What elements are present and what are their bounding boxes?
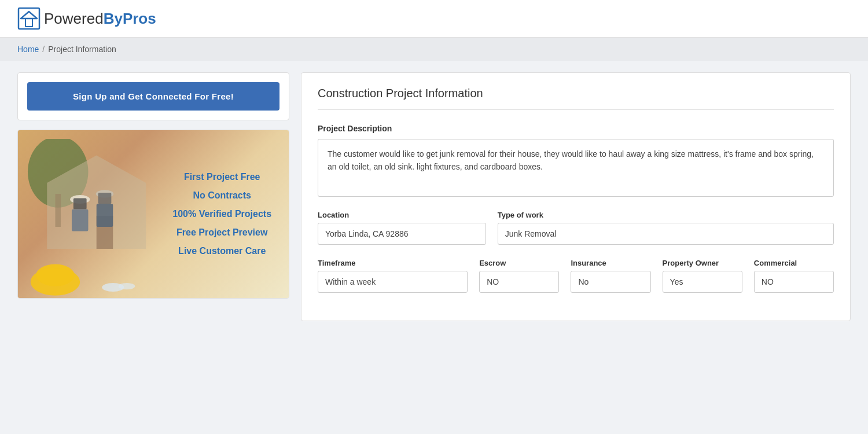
header: PoweredByPros (0, 0, 868, 38)
content-panel: Construction Project Information Project… (301, 72, 851, 321)
type-of-work-label: Type of work (498, 211, 834, 219)
timeframe-label: Timeframe (318, 259, 468, 267)
main-content: Sign Up and Get Connected For Free! (0, 61, 868, 333)
breadcrumb-current-page: Project Information (48, 45, 116, 54)
promo-line-3: 100% Verified Projects (161, 205, 283, 223)
logo-icon (17, 7, 41, 30)
logo-text: PoweredByPros (44, 10, 156, 28)
type-of-work-value: Junk Removal (498, 223, 834, 245)
svg-rect-11 (98, 193, 112, 204)
escrow-value: NO (479, 271, 559, 293)
promo-image: First Project Free No Contracts 100% Ver… (18, 130, 289, 298)
svg-rect-8 (73, 198, 87, 209)
svg-rect-9 (72, 209, 89, 231)
breadcrumb-bar: Home / Project Information (0, 38, 868, 61)
location-value: Yorba Linda, CA 92886 (318, 223, 486, 245)
logo-powered: Powered (44, 10, 104, 27)
svg-rect-2 (25, 19, 32, 27)
location-label: Location (318, 211, 486, 219)
insurance-value: No (571, 271, 650, 293)
details-row: Timeframe Within a week Escrow NO Insura… (318, 259, 834, 293)
location-type-row: Location Yorba Linda, CA 92886 Type of w… (318, 211, 834, 245)
timeframe-group: Timeframe Within a week (318, 259, 468, 293)
commercial-group: Commercial NO (754, 259, 834, 293)
promo-line-2: No Contracts (161, 186, 283, 205)
promo-line-5: Live Customer Care (161, 242, 283, 260)
workers-illustration (18, 139, 175, 299)
insurance-group: Insurance No (571, 259, 650, 293)
svg-point-16 (119, 282, 135, 289)
commercial-label: Commercial (754, 259, 834, 267)
escrow-label: Escrow (479, 259, 559, 267)
timeframe-value: Within a week (318, 271, 468, 293)
breadcrumb-separator: / (42, 45, 45, 54)
property-owner-group: Property Owner Yes (663, 259, 742, 293)
description-text: The customer would like to get junk remo… (318, 139, 834, 197)
page-title: Construction Project Information (318, 87, 834, 110)
promo-line-4: Free Project Preview (161, 223, 283, 242)
svg-rect-12 (97, 204, 113, 227)
sidebar: Sign Up and Get Connected For Free! (17, 72, 289, 321)
type-of-work-group: Type of work Junk Removal (498, 211, 834, 245)
description-label: Project Description (318, 124, 834, 133)
signup-card: Sign Up and Get Connected For Free! (17, 72, 289, 120)
location-group: Location Yorba Linda, CA 92886 (318, 211, 486, 245)
signup-button[interactable]: Sign Up and Get Connected For Free! (27, 82, 279, 111)
breadcrumb-home-link[interactable]: Home (17, 45, 39, 54)
svg-point-14 (36, 264, 75, 286)
promo-text-overlay: First Project Free No Contracts 100% Ver… (161, 168, 283, 260)
property-owner-value: Yes (663, 271, 742, 293)
logo: PoweredByPros (17, 7, 156, 30)
logo-bypros: ByPros (104, 10, 156, 27)
svg-marker-1 (21, 12, 37, 19)
commercial-value: NO (754, 271, 834, 293)
insurance-label: Insurance (571, 259, 650, 267)
property-owner-label: Property Owner (663, 259, 742, 267)
promo-line-1: First Project Free (161, 168, 283, 186)
promo-card: First Project Free No Contracts 100% Ver… (17, 130, 289, 299)
escrow-group: Escrow NO (479, 259, 559, 293)
